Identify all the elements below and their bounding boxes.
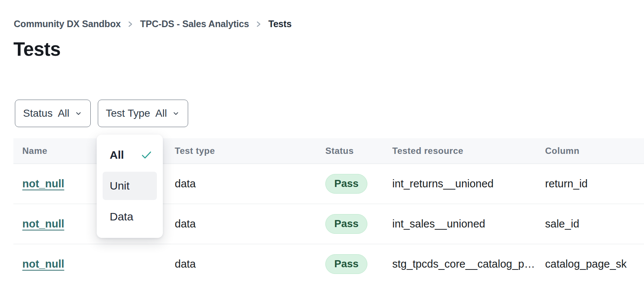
chevron-right-icon — [127, 19, 134, 29]
page-title: Tests — [13, 38, 61, 60]
menu-item-label: All — [110, 149, 124, 161]
menu-item-label: Unit — [110, 180, 129, 192]
check-icon — [141, 150, 152, 160]
breadcrumb-item-project[interactable]: Community DX Sandbox — [14, 19, 121, 29]
status-badge: Pass — [325, 254, 367, 274]
column-header-status: Status — [316, 146, 383, 156]
test-type-filter-label: Test Type — [106, 107, 150, 119]
test-type-cell: data — [166, 218, 316, 230]
breadcrumb-item-environment[interactable]: TPC-DS - Sales Analytics — [140, 19, 249, 29]
tested-resource-cell: stg_tpcds_core__catalog_p… — [383, 258, 536, 270]
menu-item-data[interactable]: Data — [103, 203, 157, 230]
menu-item-label: Data — [110, 210, 133, 223]
status-badge: Pass — [325, 214, 367, 233]
column-cell: sale_id — [536, 218, 644, 230]
status-badge: Pass — [325, 174, 367, 193]
test-name-link[interactable]: not_null — [22, 178, 64, 190]
breadcrumb: Community DX Sandbox TPC-DS - Sales Anal… — [14, 19, 292, 29]
test-type-filter-value: All — [155, 107, 167, 119]
menu-item-all[interactable]: All — [103, 141, 157, 169]
chevron-right-icon — [255, 19, 262, 29]
test-name-link[interactable]: not_null — [22, 258, 64, 270]
column-cell: return_id — [536, 178, 644, 190]
filter-bar: Status All Test Type All — [15, 100, 188, 127]
test-type-cell: data — [166, 258, 316, 270]
tested-resource-cell: int_sales__unioned — [383, 218, 536, 230]
column-header-column: Column — [536, 146, 644, 156]
status-filter-value: All — [58, 107, 69, 119]
column-cell: catalog_page_sk — [536, 258, 644, 270]
chevron-down-icon — [74, 109, 83, 117]
column-header-test-type: Test type — [166, 146, 316, 156]
test-type-dropdown-menu: All Unit Data — [97, 135, 163, 238]
test-type-filter-button[interactable]: Test Type All — [98, 100, 188, 127]
menu-item-unit[interactable]: Unit — [103, 172, 157, 200]
breadcrumb-item-current: Tests — [268, 19, 292, 29]
status-filter-label: Status — [23, 107, 52, 119]
status-filter-button[interactable]: Status All — [15, 100, 91, 127]
tests-page: Community DX Sandbox TPC-DS - Sales Anal… — [0, 0, 644, 281]
chevron-down-icon — [172, 109, 180, 117]
tested-resource-cell: int_returns__unioned — [383, 178, 536, 190]
table-row[interactable]: not_null data Pass stg_tpcds_core__catal… — [13, 244, 644, 281]
column-header-tested-resource: Tested resource — [383, 146, 536, 156]
test-type-cell: data — [166, 178, 316, 190]
test-name-link[interactable]: not_null — [22, 218, 64, 230]
